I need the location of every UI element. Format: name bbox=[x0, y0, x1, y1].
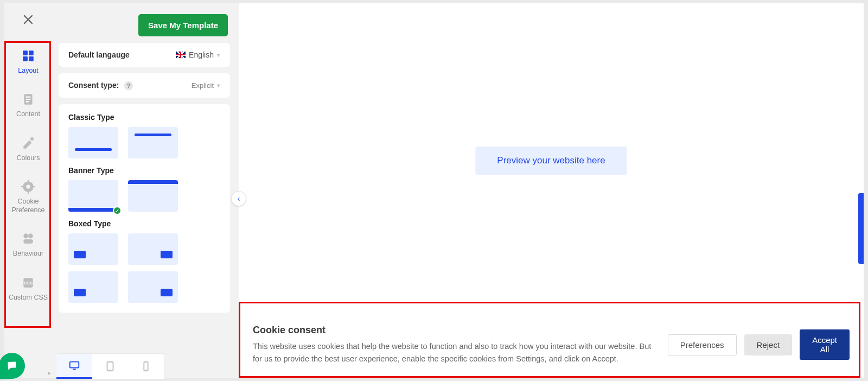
sidebar-label: Layout bbox=[18, 67, 39, 74]
cookie-title: Cookie consent bbox=[253, 325, 652, 336]
svg-rect-12 bbox=[28, 191, 29, 193]
cookie-consent-banner: Cookie consent This website uses cookies… bbox=[239, 315, 864, 378]
sidebar-item-colours[interactable]: Colours bbox=[4, 128, 52, 171]
sidebar-label: Custom CSS bbox=[9, 294, 48, 301]
svg-rect-8 bbox=[30, 137, 34, 141]
preview-website-button[interactable]: Preview your website here bbox=[475, 147, 627, 175]
layout-option-classic-bottom[interactable] bbox=[68, 127, 118, 158]
sidebar-item-layout[interactable]: Layout bbox=[4, 40, 52, 84]
preferences-button[interactable]: Preferences bbox=[668, 334, 737, 355]
right-edge-tab[interactable] bbox=[858, 193, 864, 264]
svg-rect-21 bbox=[73, 369, 76, 370]
svg-point-25 bbox=[145, 369, 146, 370]
device-tab-tablet[interactable] bbox=[92, 354, 128, 379]
sidebar-item-behaviour[interactable]: Behaviour bbox=[4, 223, 52, 266]
layout-option-box-bottom-left[interactable] bbox=[68, 233, 118, 265]
svg-point-10 bbox=[26, 185, 30, 189]
close-icon bbox=[22, 13, 35, 26]
sidebar: Layout Content Colours Cookie Preference bbox=[4, 3, 52, 378]
mobile-icon bbox=[140, 360, 152, 372]
layout-option-box-bottom-left-2[interactable] bbox=[68, 271, 118, 303]
sidebar-label: Cookie Preference bbox=[11, 198, 44, 214]
css-icon: CSS bbox=[21, 276, 35, 290]
chevron-down-icon: ▾ bbox=[217, 52, 220, 59]
svg-point-23 bbox=[110, 369, 111, 370]
svg-rect-6 bbox=[26, 99, 31, 100]
svg-point-16 bbox=[28, 234, 33, 239]
chevron-left-icon: ‹ bbox=[238, 194, 240, 203]
default-language-value[interactable]: English ▾ bbox=[176, 50, 220, 59]
type-title: Boxed Type bbox=[68, 219, 220, 228]
chevron-down-icon: ▾ bbox=[217, 82, 220, 89]
cookie-description: This website uses cookies that help the … bbox=[253, 340, 652, 365]
svg-rect-11 bbox=[28, 180, 29, 182]
gear-icon bbox=[21, 180, 35, 194]
accept-all-button[interactable]: Accept All bbox=[800, 329, 850, 360]
colours-icon bbox=[21, 136, 35, 150]
layout-option-banner-bottom[interactable]: ✓ bbox=[68, 180, 118, 212]
settings-panel: Save My Template Default langauge Englis… bbox=[52, 3, 237, 378]
sidebar-item-cookie-preference[interactable]: Cookie Preference bbox=[4, 171, 52, 224]
svg-rect-17 bbox=[23, 239, 33, 244]
default-language-label: Default langauge bbox=[68, 50, 130, 59]
svg-rect-13 bbox=[21, 186, 23, 187]
layout-option-box-bottom-right-2[interactable] bbox=[128, 271, 178, 303]
help-icon[interactable]: ? bbox=[124, 81, 133, 90]
reject-button[interactable]: Reject bbox=[744, 334, 793, 355]
consent-type-card[interactable]: Consent type: ? Explicit ▾ bbox=[59, 73, 230, 98]
type-title: Banner Type bbox=[68, 166, 220, 175]
close-panel-button[interactable] bbox=[22, 13, 35, 26]
save-template-button[interactable]: Save My Template bbox=[138, 14, 228, 36]
device-tab-desktop[interactable] bbox=[56, 354, 92, 379]
content-icon bbox=[21, 92, 35, 106]
layout-types-card: Classic Type Banner Type ✓ Boxed Type bbox=[59, 104, 230, 313]
preview-area: ‹ Preview your website here Cookie conse… bbox=[239, 3, 864, 378]
svg-rect-2 bbox=[23, 56, 28, 61]
desktop-icon bbox=[68, 360, 80, 372]
sidebar-label: Behaviour bbox=[13, 250, 43, 257]
svg-rect-5 bbox=[26, 97, 31, 98]
layout-icon bbox=[21, 49, 35, 63]
device-tab-mobile[interactable] bbox=[128, 354, 164, 379]
consent-type-value[interactable]: Explicit ▾ bbox=[192, 81, 220, 90]
svg-rect-0 bbox=[23, 50, 28, 55]
svg-text:CSS: CSS bbox=[24, 281, 33, 285]
consent-type-label: Consent type: ? bbox=[68, 81, 133, 90]
type-title: Classic Type bbox=[68, 113, 220, 122]
sidebar-label: Colours bbox=[16, 154, 40, 162]
layout-option-classic-top[interactable] bbox=[128, 127, 178, 158]
tablet-icon bbox=[104, 360, 116, 372]
svg-rect-3 bbox=[29, 56, 34, 61]
layout-option-box-bottom-right[interactable] bbox=[128, 233, 178, 265]
svg-rect-14 bbox=[33, 186, 35, 187]
collapse-panel-button[interactable]: ‹ bbox=[231, 191, 246, 206]
uk-flag-icon bbox=[176, 52, 186, 58]
sidebar-item-custom-css[interactable]: CSS Custom CSS bbox=[4, 267, 52, 310]
layout-option-banner-top[interactable] bbox=[128, 180, 178, 212]
sidebar-label: Content bbox=[16, 110, 40, 118]
chat-icon bbox=[6, 360, 18, 372]
default-language-card[interactable]: Default langauge English ▾ bbox=[59, 43, 230, 67]
behaviour-icon bbox=[21, 232, 35, 246]
svg-rect-20 bbox=[70, 361, 79, 367]
boxed-type-group: Boxed Type bbox=[68, 219, 220, 303]
device-preview-tabs bbox=[56, 354, 164, 379]
app-frame: Layout Content Colours Cookie Preference bbox=[4, 3, 864, 378]
sidebar-item-content[interactable]: Content bbox=[4, 84, 52, 127]
classic-type-group: Classic Type bbox=[68, 113, 220, 158]
svg-rect-1 bbox=[29, 50, 34, 55]
svg-rect-7 bbox=[26, 101, 29, 103]
svg-point-15 bbox=[23, 234, 28, 239]
banner-type-group: Banner Type ✓ bbox=[68, 166, 220, 212]
selected-check-icon: ✓ bbox=[113, 206, 122, 215]
